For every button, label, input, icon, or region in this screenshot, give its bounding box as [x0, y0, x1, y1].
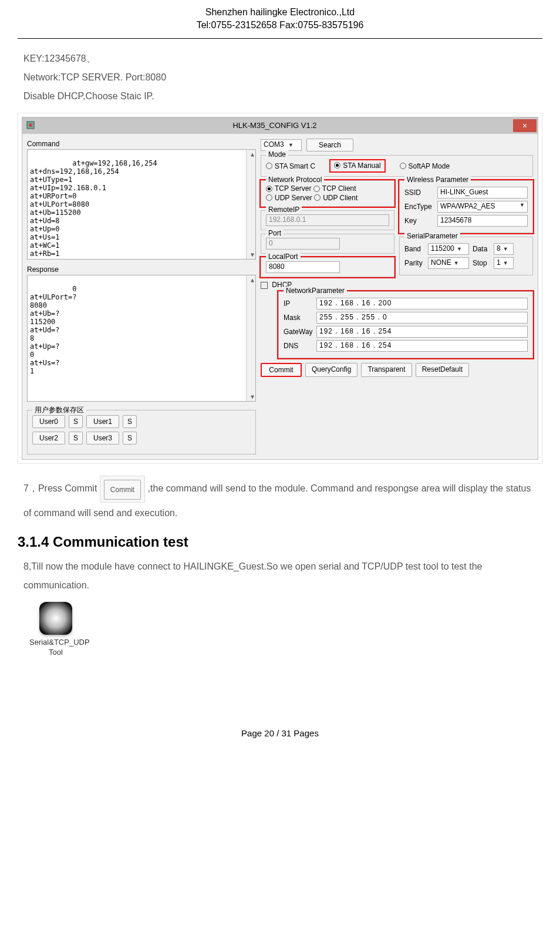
parity-label: Parity: [404, 259, 424, 267]
serial-param-group: SerialParameter Band 115200▼ Data 8▼ Par…: [399, 237, 533, 275]
udp-server-label: UDP Server: [275, 194, 312, 202]
user-save-group: 用户参数保存区 User0 S User1 S User2 S User3 S: [27, 410, 256, 454]
stop-label: Stop: [473, 259, 490, 267]
remote-ip-group: RemoteIP 192.168.0.1: [261, 210, 394, 230]
data-select[interactable]: 8▼: [494, 243, 514, 255]
udp-client-radio[interactable]: UDP Client: [314, 194, 357, 202]
port-legend: Port: [266, 229, 284, 237]
chevron-down-icon: ▼: [454, 246, 462, 252]
section-heading: 3.1.4 Communication test: [18, 534, 542, 550]
dns-input[interactable]: 192 . 168 . 16 . 254: [316, 340, 528, 352]
key-line: KEY:12345678、: [23, 49, 537, 68]
user1-button[interactable]: User1: [86, 415, 119, 428]
key-label: Key: [404, 217, 434, 225]
step8: 8,Till now the module have connect to HA…: [23, 557, 537, 595]
query-config-button[interactable]: QueryConfig: [305, 363, 357, 377]
enctype-select[interactable]: WPA/WPA2_AES▼: [437, 201, 528, 213]
response-text: 0 at+ULPort=? 8080 at+Ub=? 115200 at+Ud=…: [30, 285, 76, 375]
com-port-select[interactable]: COM3 ▼: [261, 139, 302, 151]
network-protocol-legend: Network Protocol: [266, 176, 324, 184]
stop-select[interactable]: 1▼: [494, 257, 514, 269]
app-titlebar: HLK-M35_CONFIG V1.2 ×: [22, 117, 538, 134]
wireless-legend: Wireless Parameter: [404, 176, 471, 184]
user2-button[interactable]: User2: [32, 432, 65, 445]
camera-lens-icon: [39, 602, 72, 635]
inline-commit-button: Commit: [104, 480, 141, 500]
band-label: Band: [404, 245, 424, 253]
command-text: at+gw=192,168,16,254 at+dns=192,168,16,2…: [30, 159, 157, 258]
wireless-param-group: Wireless Parameter SSIDHI-LINK_Guest Enc…: [399, 180, 533, 233]
port-input: 0: [266, 238, 340, 250]
commit-button[interactable]: Commit: [261, 363, 302, 377]
softap-label: SoftAP Mode: [409, 162, 450, 170]
serial-legend: SerialParameter: [404, 232, 460, 240]
com-port-value: COM3: [264, 140, 284, 149]
ip-input[interactable]: 192 . 168 . 16 . 200: [316, 298, 528, 309]
band-select[interactable]: 115200▼: [428, 243, 469, 255]
scroll-down-icon[interactable]: ▼: [251, 393, 254, 400]
response-label: Response: [27, 265, 256, 274]
enctype-label: EncType: [404, 203, 434, 211]
user3-button[interactable]: User3: [86, 432, 119, 445]
chevron-down-icon: ▼: [501, 246, 508, 252]
company-name: Shenzhen hailingke Electronico.,Ltd: [18, 6, 542, 19]
gateway-label: GateWay: [284, 328, 313, 336]
close-button[interactable]: ×: [513, 119, 537, 132]
inline-commit-illustration: Commit: [100, 476, 145, 503]
scroll-up-icon[interactable]: ▲: [251, 151, 254, 157]
tcp-server-label: TCP Server: [275, 184, 311, 193]
sta-manual-label: STA Manual: [343, 161, 380, 170]
mode-legend: Mode: [266, 150, 288, 159]
local-port-group: LocalPort 8080: [261, 257, 394, 277]
udp-server-radio[interactable]: UDP Server: [266, 194, 312, 202]
remote-ip-input: 192.168.0.1: [266, 214, 389, 226]
user2-s-button[interactable]: S: [69, 432, 83, 445]
scroll-up-icon[interactable]: ▲: [251, 277, 254, 283]
dhcp-checkbox[interactable]: [261, 282, 268, 289]
dns-label: DNS: [284, 342, 313, 350]
user0-s-button[interactable]: S: [69, 415, 83, 428]
svg-point-1: [29, 123, 32, 127]
port-group: Port 0: [261, 234, 394, 254]
local-port-input[interactable]: 8080: [266, 261, 340, 273]
data-label: Data: [473, 245, 490, 253]
app-screenshot: HLK-M35_CONFIG V1.2 × Command at+gw=192,…: [18, 113, 542, 464]
remote-ip-legend: RemoteIP: [266, 206, 302, 214]
data-value: 8: [497, 244, 501, 252]
sta-smart-radio[interactable]: STA Smart C: [266, 162, 315, 170]
mode-group: Mode STA Smart C STA Manual SoftAP Mode: [261, 155, 533, 177]
softap-radio[interactable]: SoftAP Mode: [400, 162, 450, 170]
mask-label: Mask: [284, 314, 313, 322]
key-input[interactable]: 12345678: [437, 215, 528, 227]
tcp-server-radio[interactable]: TCP Server: [266, 184, 311, 193]
user3-s-button[interactable]: S: [123, 432, 137, 445]
ssid-label: SSID: [404, 188, 434, 197]
tool-shortcut: Serial&TCP_UDP Tool: [29, 602, 82, 658]
mask-input[interactable]: 255 . 255 . 255 . 0: [316, 312, 528, 324]
network-protocol-group: Network Protocol TCP Server TCP Client U…: [261, 180, 394, 207]
response-textarea[interactable]: 0 at+ULPort=? 8080 at+Ub=? 115200 at+Ud=…: [27, 275, 256, 402]
reset-default-button[interactable]: ResetDefault: [416, 363, 469, 377]
step7-prefix: 7，Press Commit: [23, 483, 100, 493]
chevron-down-icon: ▼: [517, 202, 525, 211]
command-textarea[interactable]: at+gw=192,168,16,254 at+dns=192,168,16,2…: [27, 149, 256, 260]
parity-select[interactable]: NONE▼: [428, 257, 469, 269]
transparent-button[interactable]: Transparent: [361, 363, 411, 377]
user0-button[interactable]: User0: [32, 415, 65, 428]
tel-fax: Tel:0755-23152658 Fax:0755-83575196: [18, 19, 542, 32]
scrollbar[interactable]: ▲ ▼: [246, 150, 255, 259]
local-port-legend: LocalPort: [266, 252, 301, 261]
sta-manual-radio[interactable]: STA Manual: [334, 161, 380, 170]
ssid-input[interactable]: HI-LINK_Guest: [437, 187, 528, 198]
chevron-down-icon: ▼: [451, 260, 459, 266]
band-value: 115200: [431, 244, 454, 252]
tcp-client-radio[interactable]: TCP Client: [313, 184, 356, 193]
user1-s-button[interactable]: S: [123, 415, 137, 428]
command-label: Command: [27, 140, 256, 148]
user-save-legend: 用户参数保存区: [32, 405, 86, 415]
search-button[interactable]: Search: [306, 139, 353, 151]
tcp-client-label: TCP Client: [322, 184, 356, 193]
scroll-down-icon[interactable]: ▼: [251, 251, 254, 258]
gateway-input[interactable]: 192 . 168 . 16 . 254: [316, 326, 528, 338]
scrollbar[interactable]: ▲ ▼: [246, 275, 255, 401]
